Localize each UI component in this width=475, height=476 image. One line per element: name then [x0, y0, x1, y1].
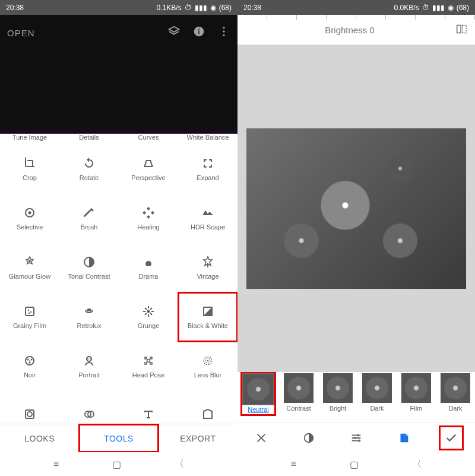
tool-label: Brush [81, 223, 98, 231]
headpose-icon [141, 354, 156, 368]
drama-icon [141, 255, 156, 269]
tool-label: Selective [17, 223, 43, 231]
layers-icon[interactable] [167, 25, 180, 40]
tool-portrait[interactable]: Portrait [59, 342, 119, 391]
tool-glamour-glow[interactable]: Glamour Glow [0, 243, 59, 292]
recent-apps-button[interactable]: ≡ [291, 459, 296, 469]
tool-perspective[interactable]: Perspective [119, 144, 178, 194]
tool-lens-blur[interactable]: Lens Blur [178, 342, 238, 391]
tool-selective[interactable]: Selective [0, 194, 59, 243]
app-topbar: OPEN [0, 15, 238, 51]
tool-noir[interactable]: Noir [0, 342, 59, 391]
tab-export[interactable]: EXPORT [159, 424, 238, 452]
vintage-icon [201, 255, 215, 269]
frame-icon [201, 407, 215, 421]
hdr-icon [201, 206, 215, 220]
preset-dark[interactable]: Dark [441, 373, 470, 412]
preset-thumb [323, 373, 353, 403]
bw-icon [201, 304, 215, 319]
info-icon[interactable] [192, 25, 205, 40]
compare-icon[interactable] [455, 23, 468, 37]
preset-bright[interactable]: Bright [323, 373, 353, 412]
home-button[interactable]: ▢ [350, 459, 359, 470]
tool-label: Head Pose [132, 371, 164, 379]
more-icon[interactable] [217, 25, 230, 40]
tool-tune-image[interactable]: Tune Image [0, 134, 59, 144]
status-time: 20:38 [243, 4, 261, 12]
tool-frame[interactable] [178, 391, 238, 424]
tonal-icon [82, 255, 96, 269]
tool-dexp[interactable] [59, 391, 119, 424]
rotate-icon [82, 156, 96, 171]
tool-white-balance[interactable]: White Balance [178, 134, 238, 144]
preset-thumb [284, 373, 314, 403]
preset-contrast[interactable]: Contrast [284, 373, 314, 412]
preset-thumb [401, 373, 431, 403]
cancel-button[interactable] [249, 426, 273, 450]
adjustment-bar[interactable]: Brightness 0 [238, 15, 475, 45]
healing-icon [141, 206, 156, 220]
color-filter-button[interactable] [392, 426, 416, 450]
tool-details[interactable]: Details [59, 134, 119, 144]
lensblur-icon [201, 354, 215, 368]
tab-looks[interactable]: LOOKS [0, 424, 79, 452]
home-button[interactable]: ▢ [112, 459, 121, 470]
status-bar: 20:38 0.1KB/s ⏱ ▮▮▮ ◉ (68) [0, 0, 238, 15]
tool-tonal-contrast[interactable]: Tonal Contrast [59, 243, 119, 292]
tool-grunge[interactable]: Grunge [119, 292, 178, 342]
battery-icon: (68) [457, 4, 469, 12]
preset-dark[interactable]: Dark [362, 373, 392, 412]
back-button[interactable]: 〈 [412, 458, 422, 471]
alarm-off-icon: ⏱ [422, 4, 429, 12]
tool-vintage[interactable]: Vintage [178, 243, 238, 292]
tool-label: Crop [23, 174, 37, 182]
tool-label: Rotate [80, 174, 99, 182]
tools-panel[interactable]: Tune ImageDetailsCurvesWhite BalanceCrop… [0, 134, 238, 424]
preset-label: Dark [370, 405, 384, 412]
tool-label: Grainy Film [13, 322, 46, 330]
adjust-label: Brightness 0 [245, 25, 455, 35]
tool-rotate[interactable]: Rotate [59, 144, 119, 194]
tool-label: Lens Blur [194, 371, 221, 379]
tool-drama[interactable]: Drama [119, 243, 178, 292]
tool-crop[interactable]: Crop [0, 144, 59, 194]
tool-retrolux[interactable]: Retrolux [59, 292, 119, 342]
tool-label: Expand [197, 174, 218, 182]
tool-label: HDR Scape [191, 223, 225, 231]
dexp-icon [82, 407, 96, 421]
brush-icon [82, 206, 96, 220]
tool-vignette[interactable] [0, 391, 59, 424]
apply-button[interactable] [439, 426, 463, 450]
preset-label: Bright [330, 405, 347, 412]
back-button[interactable]: 〈 [175, 458, 184, 471]
status-time: 20:38 [6, 4, 24, 12]
preset-row[interactable]: NeutralContrastBrightDarkFilmDark [238, 372, 475, 423]
battery-icon: (68) [219, 4, 232, 12]
tool-label: Retrolux [77, 322, 102, 330]
preset-film[interactable]: Film [401, 373, 431, 412]
tool-label: Portrait [78, 371, 99, 379]
tool-black-white[interactable]: Black & White [178, 292, 238, 342]
photo-canvas[interactable] [238, 45, 475, 372]
bw-edit-screen: 20:38 0.0KB/s ⏱ ▮▮▮ ◉ (68) Brightness 0 … [238, 0, 475, 476]
tool-healing[interactable]: Healing [119, 194, 178, 243]
open-button[interactable]: OPEN [7, 28, 35, 38]
expand-icon [201, 156, 215, 171]
tool-label: Drama [138, 273, 158, 280]
tool-text[interactable] [119, 391, 178, 424]
recent-apps-button[interactable]: ≡ [53, 459, 59, 469]
preset-neutral[interactable]: Neutral [242, 373, 274, 414]
tune-button[interactable] [344, 426, 368, 450]
tool-curves[interactable]: Curves [119, 134, 178, 144]
android-navbar: ≡ ▢ 〈 [0, 452, 238, 476]
tool-expand[interactable]: Expand [178, 144, 238, 194]
tool-grainy-film[interactable]: Grainy Film [0, 292, 59, 342]
tool-brush[interactable]: Brush [59, 194, 119, 243]
tab-tools[interactable]: TOOLS [79, 424, 158, 452]
tool-hdr-scape[interactable]: HDR Scape [178, 194, 238, 243]
preset-thumb [441, 373, 470, 403]
glow-icon [23, 255, 37, 269]
contrast-button[interactable] [297, 426, 321, 450]
tool-head-pose[interactable]: Head Pose [119, 342, 178, 391]
perspective-icon [141, 156, 156, 171]
